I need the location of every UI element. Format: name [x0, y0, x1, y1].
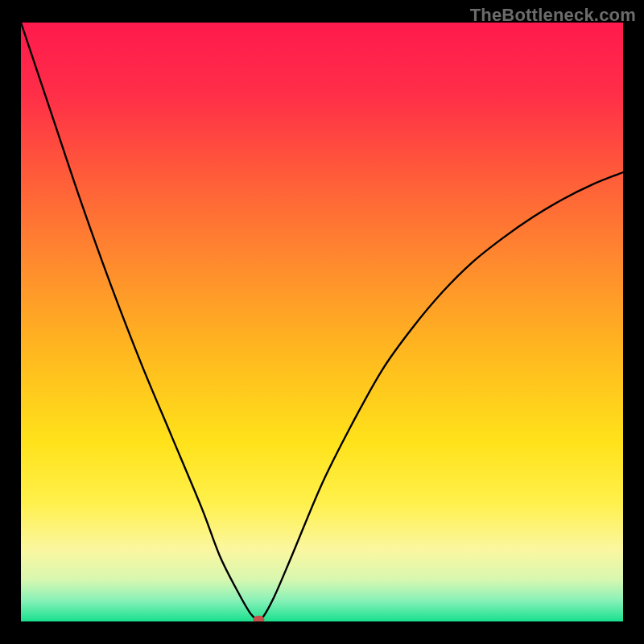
bottleneck-chart — [21, 23, 623, 621]
watermark-label: TheBottleneck.com — [470, 5, 636, 26]
chart-frame: TheBottleneck.com — [0, 0, 644, 644]
plot-area — [21, 23, 623, 621]
gradient-background — [21, 23, 623, 621]
